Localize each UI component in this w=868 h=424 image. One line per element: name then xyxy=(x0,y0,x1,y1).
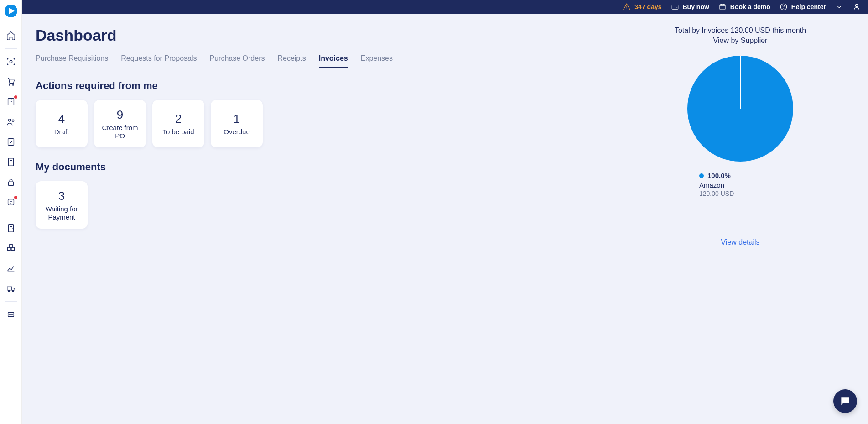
card-label: Create from PO xyxy=(98,124,142,140)
chart-legend: 100.0% Amazon 120.00 USD xyxy=(635,172,845,197)
card-waiting-payment[interactable]: 3 Waiting for Payment xyxy=(36,181,88,229)
svg-point-0 xyxy=(10,60,12,63)
checklist-icon xyxy=(6,137,16,147)
sidebar-item-reports[interactable] xyxy=(0,258,22,278)
legend-supplier-name: Amazon xyxy=(699,181,845,189)
sidebar-item-home[interactable] xyxy=(0,26,22,46)
card-count: 9 xyxy=(117,108,123,122)
svg-rect-8 xyxy=(8,182,13,185)
svg-rect-13 xyxy=(9,245,12,247)
svg-point-15 xyxy=(8,290,10,292)
sidebar-divider xyxy=(5,301,17,302)
topbar: 347 days Buy now Book a demo Help center xyxy=(22,0,868,14)
page-title: Dashboard xyxy=(36,26,617,44)
svg-rect-9 xyxy=(8,199,14,205)
help-center-button[interactable]: Help center xyxy=(780,3,826,11)
buy-now-label: Buy now xyxy=(683,3,709,10)
sidebar-item-checklist[interactable] xyxy=(0,132,22,152)
sidebar-item-settings[interactable] xyxy=(0,304,22,325)
scan-icon xyxy=(6,57,16,67)
chat-icon xyxy=(839,395,851,407)
expense-icon xyxy=(6,197,16,207)
sidebar-divider xyxy=(5,215,17,215)
card-to-be-paid[interactable]: 2 To be paid xyxy=(152,100,204,147)
sidebar-item-shipping[interactable] xyxy=(0,278,22,298)
tab-purchase-requisitions[interactable]: Purchase Requisitions xyxy=(36,54,108,68)
sidebar-item-inventory[interactable] xyxy=(0,238,22,258)
trial-warning[interactable]: 347 days xyxy=(623,3,661,11)
svg-rect-3 xyxy=(8,99,14,105)
svg-point-2 xyxy=(12,84,13,85)
home-icon xyxy=(6,31,16,41)
chevron-down-icon xyxy=(835,3,843,11)
svg-point-22 xyxy=(855,4,858,6)
legend-color-dot xyxy=(699,173,704,178)
svg-rect-14 xyxy=(7,287,11,290)
pie-chart[interactable] xyxy=(687,56,793,162)
svg-point-16 xyxy=(12,290,14,292)
warning-icon xyxy=(623,3,631,11)
svg-point-1 xyxy=(9,84,10,85)
chart-panel: Total by Invoices 120.00 USD this month … xyxy=(635,26,854,246)
wallet-icon xyxy=(671,3,679,11)
cart-icon xyxy=(6,77,16,87)
view-details-link[interactable]: View details xyxy=(721,238,759,246)
card-count: 1 xyxy=(234,112,240,126)
book-demo-button[interactable]: Book a demo xyxy=(718,3,770,11)
building-icon xyxy=(6,97,16,107)
tabs: Purchase Requisitions Requests for Propo… xyxy=(36,54,617,68)
document-cards: 3 Waiting for Payment xyxy=(36,181,617,229)
svg-rect-11 xyxy=(7,247,10,250)
profile-button[interactable] xyxy=(852,3,861,11)
truck-icon xyxy=(6,283,16,293)
card-create-from-po[interactable]: 9 Create from PO xyxy=(94,100,146,147)
sidebar-item-expense[interactable] xyxy=(0,192,22,212)
sidebar-item-building[interactable] xyxy=(0,92,22,112)
tab-receipts[interactable]: Receipts xyxy=(277,54,306,68)
book-demo-label: Book a demo xyxy=(730,3,770,10)
tab-invoices[interactable]: Invoices xyxy=(319,54,348,68)
card-label: Draft xyxy=(54,128,69,136)
chat-fab[interactable] xyxy=(833,389,857,413)
dropdown-toggle[interactable] xyxy=(835,3,843,11)
card-overdue[interactable]: 1 Overdue xyxy=(211,100,263,147)
tab-purchase-orders[interactable]: Purchase Orders xyxy=(210,54,265,68)
svg-point-4 xyxy=(8,119,11,122)
notification-dot xyxy=(14,95,17,99)
action-cards: 4 Draft 9 Create from PO 2 To be paid 1 … xyxy=(36,100,617,147)
tab-rfp[interactable]: Requests for Proposals xyxy=(121,54,197,68)
chart-subtitle: View by Supplier xyxy=(635,37,845,45)
chart-title: Total by Invoices 120.00 USD this month xyxy=(635,26,845,35)
card-label: Waiting for Payment xyxy=(39,205,84,221)
lock-icon xyxy=(6,177,16,187)
sidebar-divider xyxy=(5,48,17,49)
help-icon xyxy=(780,3,788,11)
documents-section-title: My documents xyxy=(36,161,617,173)
card-label: To be paid xyxy=(162,128,194,136)
sidebar-item-calculator[interactable] xyxy=(0,218,22,238)
card-label: Overdue xyxy=(223,128,250,136)
tab-expenses[interactable]: Expenses xyxy=(361,54,393,68)
app-logo[interactable] xyxy=(5,5,17,17)
sidebar-item-users[interactable] xyxy=(0,112,22,132)
inventory-icon xyxy=(6,243,16,253)
card-count: 4 xyxy=(58,112,65,126)
user-icon xyxy=(852,3,861,11)
legend-value: 120.00 USD xyxy=(699,190,845,197)
users-icon xyxy=(6,117,16,127)
svg-rect-17 xyxy=(8,312,14,314)
card-draft[interactable]: 4 Draft xyxy=(36,100,88,147)
sidebar-item-scan[interactable] xyxy=(0,52,22,72)
sidebar xyxy=(0,0,22,424)
svg-point-5 xyxy=(12,120,14,121)
svg-rect-18 xyxy=(8,315,14,317)
trial-days-text: 347 days xyxy=(634,3,661,10)
sidebar-item-cart[interactable] xyxy=(0,72,22,92)
calculator-icon xyxy=(6,223,16,233)
svg-rect-20 xyxy=(720,5,725,10)
sidebar-item-receipt[interactable] xyxy=(0,152,22,172)
sidebar-item-lock[interactable] xyxy=(0,172,22,192)
buy-now-button[interactable]: Buy now xyxy=(671,3,709,11)
toggles-icon xyxy=(6,309,16,319)
chart-line-icon xyxy=(6,263,16,273)
